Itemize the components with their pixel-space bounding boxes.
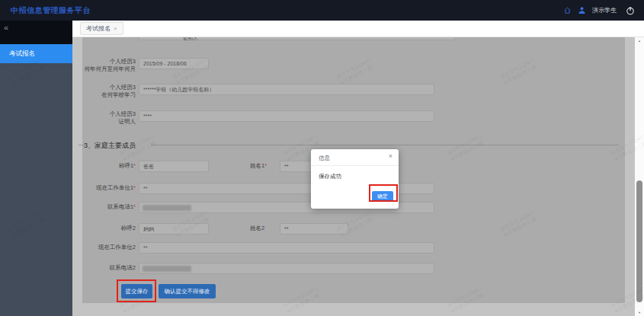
title1-label: 称呼1* bbox=[72, 162, 136, 170]
message-modal: 信息 × 保存成功 确定 bbox=[311, 149, 399, 209]
experience3-period-input[interactable]: 2015/09 - 2018/06 bbox=[139, 58, 209, 69]
phone2-redacted-value bbox=[143, 266, 191, 272]
employer2-input[interactable]: ** bbox=[139, 242, 434, 254]
modal-title: 信息 bbox=[319, 155, 330, 162]
experience3-school-label: 个人经历3在何学校学习 bbox=[72, 84, 136, 99]
experience3-school-input[interactable]: ******学校（幼儿园学校名称） bbox=[139, 84, 434, 95]
phone1-label: 联系电话1* bbox=[72, 203, 136, 211]
employer1-label: 现在工作单位1* bbox=[72, 184, 136, 192]
app-title: 中招信息管理服务平台 bbox=[11, 5, 91, 16]
title1-input[interactable]: 爸爸 bbox=[139, 161, 209, 172]
phone1-redacted-value bbox=[143, 205, 191, 211]
title2-input[interactable]: 妈妈 bbox=[139, 223, 209, 235]
experience3-period-label: 个人经历3何年何月至何年何月 bbox=[72, 58, 136, 73]
clipped-label: 证明人 bbox=[183, 37, 198, 42]
name2-input[interactable]: ** bbox=[280, 223, 348, 235]
sidebar-item-label: 考试报名 bbox=[9, 49, 35, 59]
header-right-group: 演示学生 bbox=[563, 0, 635, 21]
name2-label: 姓名2 bbox=[250, 225, 264, 232]
title2-label: 称呼2 bbox=[72, 225, 136, 232]
scrollbar-down-icon[interactable]: ▼ bbox=[635, 311, 644, 314]
collapse-sidebar-icon[interactable]: « bbox=[4, 23, 8, 32]
user-icon[interactable] bbox=[578, 6, 586, 14]
tab-exam-registration[interactable]: 考试报名 × bbox=[80, 22, 123, 35]
sidebar-item-exam-registration[interactable]: 考试报名 bbox=[0, 44, 72, 63]
sidebar: « 考试报名 bbox=[0, 21, 72, 316]
section-title-family: 3、家庭主要成员 bbox=[84, 141, 136, 151]
modal-title-divider bbox=[311, 165, 399, 166]
scrollbar-up-icon[interactable]: ▲ bbox=[635, 39, 644, 43]
confirm-submit-button[interactable]: 确认提交不得修改 bbox=[159, 284, 216, 298]
save-button[interactable]: 提交保存 bbox=[121, 284, 152, 298]
scrollbar-thumb[interactable] bbox=[636, 180, 642, 302]
modal-close-icon[interactable]: × bbox=[389, 153, 392, 160]
scrollbar: ▲ ▼ bbox=[635, 37, 644, 316]
tab-close-icon[interactable]: × bbox=[114, 26, 117, 32]
phone2-label: 联系电话2 bbox=[72, 264, 136, 272]
sidebar-top-strip: « bbox=[0, 21, 72, 44]
modal-message: 保存成功 bbox=[319, 173, 341, 180]
section-divider-right bbox=[151, 145, 619, 145]
current-user-name[interactable]: 演示学生 bbox=[592, 6, 617, 14]
tab-label: 考试报名 bbox=[86, 24, 111, 33]
experience3-witness-input[interactable]: **** bbox=[139, 110, 434, 122]
name1-label: 姓名1* bbox=[250, 162, 267, 170]
employer2-label: 现在工作单位2 bbox=[72, 244, 136, 251]
app-header: 中招信息管理服务平台 演示学生 bbox=[0, 0, 644, 21]
ok-button[interactable]: 确定 bbox=[372, 191, 393, 202]
tab-bar: 考试报名 × bbox=[72, 21, 644, 37]
power-icon[interactable] bbox=[626, 6, 635, 15]
home-icon[interactable] bbox=[563, 6, 572, 14]
experience3-witness-label: 个人经历3证明人 bbox=[72, 110, 136, 126]
form-content-area: 证明人 个人经历3何年何月至何年何月 2015/09 - 2018/06 个人经… bbox=[72, 37, 635, 316]
